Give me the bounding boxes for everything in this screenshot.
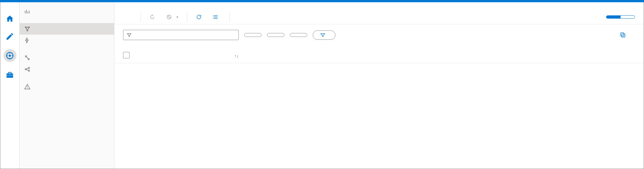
add-filter-button[interactable] [313, 30, 335, 40]
sidebar-section-notifications [20, 75, 114, 81]
icon-rail [0, 0, 20, 169]
sidebar-item-alerts[interactable] [20, 81, 114, 92]
pipeline-icon [24, 25, 31, 32]
svg-rect-4 [6, 75, 13, 75]
divider [229, 13, 230, 21]
filter-bar [114, 24, 644, 46]
col-header-status[interactable] [525, 49, 576, 63]
edit-columns-button[interactable] [213, 14, 221, 20]
rerun-icon [149, 14, 155, 20]
top-accent-bar [0, 0, 644, 2]
col-header-params[interactable] [623, 49, 644, 63]
copy-icon [620, 32, 626, 38]
col-header-start[interactable]: ↑↓ [228, 49, 312, 63]
alert-icon [24, 83, 31, 90]
search-input[interactable] [134, 32, 235, 38]
select-all-checkbox[interactable] [123, 52, 130, 58]
view-toggle [606, 15, 635, 19]
main-content: ▾ [114, 0, 644, 169]
refresh-button[interactable] [196, 14, 204, 20]
svg-point-7 [27, 30, 28, 31]
col-header-triggered[interactable] [457, 49, 524, 63]
divider [140, 13, 141, 21]
view-gantt[interactable] [621, 16, 635, 18]
divider [187, 13, 187, 21]
edit-icon[interactable] [5, 31, 15, 41]
runs-table-wrapper: ↑↓ [114, 49, 644, 169]
filter-time[interactable] [244, 33, 262, 37]
sidebar-item-pipeline-runs[interactable] [20, 23, 114, 35]
rerun-button [149, 14, 157, 20]
svg-rect-15 [621, 33, 624, 36]
search-box[interactable] [123, 30, 239, 40]
svg-point-1 [9, 55, 11, 57]
sidebar-item-dataflow-debug[interactable] [20, 63, 114, 75]
cancel-button: ▾ [166, 14, 178, 20]
svg-point-8 [25, 56, 27, 57]
view-list[interactable] [606, 16, 621, 18]
app-root: ▾ [0, 0, 644, 169]
svg-rect-3 [8, 72, 11, 74]
dataflow-icon [24, 66, 31, 73]
filter-state[interactable] [267, 33, 284, 37]
dashboard-icon [24, 8, 31, 15]
sidebar-section-ejecuciones [20, 17, 114, 23]
filter-icon [127, 32, 132, 38]
svg-point-5 [25, 27, 26, 28]
result-count [114, 46, 644, 49]
home-icon[interactable] [5, 14, 15, 23]
svg-point-9 [28, 58, 29, 60]
trigger-icon [24, 37, 31, 44]
tab-bar: ▾ [114, 10, 644, 24]
columns-icon [213, 14, 219, 20]
col-header-duration[interactable] [396, 49, 457, 63]
copy-filters-button[interactable] [620, 32, 629, 38]
filter-runs[interactable] [290, 33, 307, 37]
runs-table: ↑↓ [114, 49, 644, 63]
refresh-icon [196, 14, 202, 20]
monitor-icon[interactable] [4, 49, 16, 62]
sidebar-item-trigger-runs[interactable] [20, 35, 114, 46]
sidebar [20, 0, 114, 169]
cancel-icon [166, 14, 172, 20]
filter-add-icon [320, 32, 326, 38]
svg-rect-14 [622, 34, 625, 37]
col-header-name[interactable] [132, 49, 228, 63]
col-header-run[interactable] [576, 49, 623, 63]
toolbox-icon[interactable] [5, 70, 15, 80]
sidebar-item-panels[interactable] [20, 6, 114, 17]
sidebar-section-sessions [20, 46, 114, 52]
chevron-down-icon: ▾ [176, 15, 178, 19]
runtime-icon [24, 54, 31, 61]
page-title [114, 6, 644, 10]
col-header-end[interactable] [312, 49, 396, 63]
svg-point-6 [28, 27, 30, 28]
sort-icon: ↑↓ [234, 54, 238, 58]
sidebar-item-ir[interactable] [20, 52, 114, 63]
